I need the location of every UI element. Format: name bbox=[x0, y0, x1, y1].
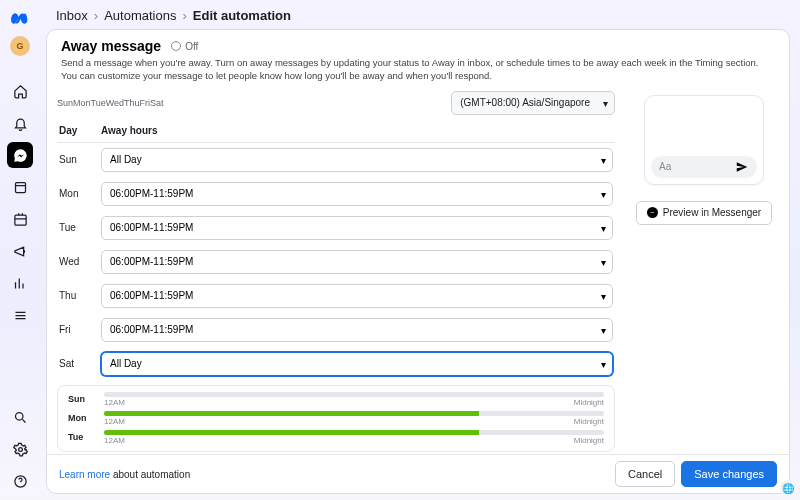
timezone-select[interactable]: (GMT+08:00) Asia/Singapore ▾ bbox=[451, 91, 615, 115]
nav-more-icon[interactable] bbox=[7, 302, 33, 328]
main-area: Inbox › Automations › Edit automation Aw… bbox=[40, 0, 800, 500]
timeline-row: Sun12AMMidnight bbox=[68, 392, 604, 407]
page-title: Away message bbox=[61, 38, 161, 54]
timeline-row: Tue12AMMidnight bbox=[68, 430, 604, 445]
preview-messenger-button[interactable]: ~ Preview in Messenger bbox=[636, 201, 772, 225]
hours-select[interactable]: 06:00PM-11:59PM▾ bbox=[101, 284, 613, 308]
day-label: Sun bbox=[59, 154, 101, 165]
chevron-down-icon: ▾ bbox=[601, 324, 606, 335]
globe-icon[interactable]: 🌐 bbox=[780, 480, 796, 496]
nav-home-icon[interactable] bbox=[7, 78, 33, 104]
preview-panel: Aa ~ Preview in Messenger bbox=[629, 91, 779, 454]
chevron-down-icon: ▾ bbox=[601, 188, 606, 199]
learn-more-link[interactable]: Learn more bbox=[59, 469, 110, 480]
svg-point-3 bbox=[18, 447, 22, 451]
timeline-start: 12AM bbox=[104, 436, 125, 445]
nav-inbox-icon[interactable] bbox=[7, 142, 33, 168]
phone-input: Aa bbox=[651, 156, 757, 178]
timeline-card: Sun12AMMidnightMon12AMMidnightTue12AMMid… bbox=[57, 385, 615, 452]
column-hours: Away hours bbox=[101, 125, 613, 136]
phone-preview: Aa bbox=[644, 95, 764, 185]
timeline-day: Tue bbox=[68, 432, 96, 442]
nav-bell-icon[interactable] bbox=[7, 110, 33, 136]
cancel-button[interactable]: Cancel bbox=[615, 461, 675, 487]
day-label: Mon bbox=[59, 188, 101, 199]
timeline-row: Mon12AMMidnight bbox=[68, 411, 604, 426]
chevron-down-icon: ▾ bbox=[601, 358, 606, 369]
learn-more: Learn more about automation bbox=[59, 469, 190, 480]
hours-select[interactable]: 06:00PM-11:59PM▾ bbox=[101, 318, 613, 342]
left-rail: G bbox=[0, 0, 40, 500]
nav-calendar-icon[interactable] bbox=[7, 206, 33, 232]
description-text: Send a message when you're away. Turn on… bbox=[61, 57, 775, 83]
day-label: Wed bbox=[59, 256, 101, 267]
day-label: Fri bbox=[59, 324, 101, 335]
schedule-row: Mon06:00PM-11:59PM▾ bbox=[57, 177, 615, 211]
meta-logo[interactable] bbox=[8, 6, 32, 30]
hours-select[interactable]: 06:00PM-11:59PM▾ bbox=[101, 250, 613, 274]
timeline-start: 12AM bbox=[104, 417, 125, 426]
chevron-right-icon: › bbox=[94, 8, 98, 23]
chevron-down-icon: ▾ bbox=[603, 97, 608, 108]
day-strip: SunMonTueWedThuFriSat bbox=[57, 98, 164, 108]
breadcrumb-current: Edit automation bbox=[193, 8, 291, 23]
schedule-row: Tue06:00PM-11:59PM▾ bbox=[57, 211, 615, 245]
svg-point-2 bbox=[15, 412, 23, 420]
nav-ads-icon[interactable] bbox=[7, 238, 33, 264]
nav-posts-icon[interactable] bbox=[7, 174, 33, 200]
hours-select[interactable]: All Day▾ bbox=[101, 352, 613, 376]
timeline-day: Sun bbox=[68, 394, 96, 404]
timeline-end: Midnight bbox=[574, 417, 604, 426]
schedule-row: SatAll Day▾ bbox=[57, 347, 615, 381]
hours-select[interactable]: All Day▾ bbox=[101, 148, 613, 172]
schedule-row: Wed06:00PM-11:59PM▾ bbox=[57, 245, 615, 279]
timeline-bar bbox=[104, 392, 604, 397]
status-toggle[interactable]: Off bbox=[171, 41, 198, 52]
chevron-down-icon: ▾ bbox=[601, 256, 606, 267]
schedule-row: SunAll Day▾ bbox=[57, 143, 615, 177]
card-footer: Learn more about automation Cancel Save … bbox=[47, 454, 789, 493]
breadcrumb-inbox[interactable]: Inbox bbox=[56, 8, 88, 23]
day-label: Tue bbox=[59, 222, 101, 233]
nav-settings-icon[interactable] bbox=[7, 436, 33, 462]
timeline-bar bbox=[104, 430, 604, 435]
account-avatar[interactable]: G bbox=[10, 36, 30, 56]
timeline-end: Midnight bbox=[574, 436, 604, 445]
day-label: Sat bbox=[59, 358, 101, 369]
breadcrumb: Inbox › Automations › Edit automation bbox=[46, 6, 790, 29]
nav-insights-icon[interactable] bbox=[7, 270, 33, 296]
chevron-down-icon: ▾ bbox=[601, 290, 606, 301]
automation-card: Away message Off Send a message when you… bbox=[46, 29, 790, 494]
schedule-panel: SunMonTueWedThuFriSat (GMT+08:00) Asia/S… bbox=[57, 91, 617, 454]
svg-rect-0 bbox=[15, 182, 25, 192]
day-label: Thu bbox=[59, 290, 101, 301]
breadcrumb-automations[interactable]: Automations bbox=[104, 8, 176, 23]
messenger-icon: ~ bbox=[647, 207, 658, 218]
schedule-row: Fri06:00PM-11:59PM▾ bbox=[57, 313, 615, 347]
chevron-down-icon: ▾ bbox=[601, 154, 606, 165]
nav-search-icon[interactable] bbox=[7, 404, 33, 430]
send-icon bbox=[735, 160, 749, 174]
nav-help-icon[interactable] bbox=[7, 468, 33, 494]
timeline-end: Midnight bbox=[574, 398, 604, 407]
timeline-day: Mon bbox=[68, 413, 96, 423]
svg-rect-1 bbox=[14, 215, 25, 225]
hours-select[interactable]: 06:00PM-11:59PM▾ bbox=[101, 216, 613, 240]
chevron-right-icon: › bbox=[182, 8, 186, 23]
hours-select[interactable]: 06:00PM-11:59PM▾ bbox=[101, 182, 613, 206]
timeline-start: 12AM bbox=[104, 398, 125, 407]
timeline-bar bbox=[104, 411, 604, 416]
schedule-row: Thu06:00PM-11:59PM▾ bbox=[57, 279, 615, 313]
chevron-down-icon: ▾ bbox=[601, 222, 606, 233]
column-day: Day bbox=[59, 125, 101, 136]
save-button[interactable]: Save changes bbox=[681, 461, 777, 487]
